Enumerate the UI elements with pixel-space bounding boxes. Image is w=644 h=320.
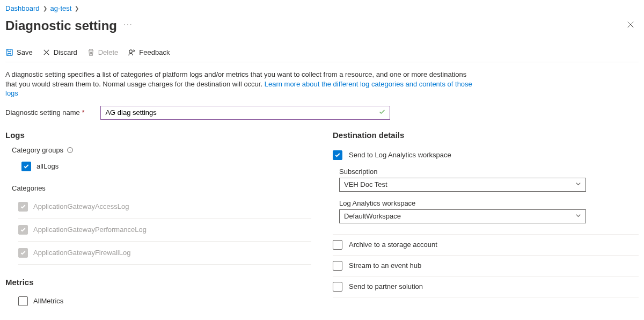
name-input[interactable] — [100, 106, 390, 120]
law-label: Send to Log Analytics workspace — [349, 151, 451, 159]
breadcrumb: Dashboard ❯ ag-test ❯ — [5, 4, 639, 12]
eventhub-label: Stream to an event hub — [349, 261, 421, 270]
check-icon — [23, 163, 30, 170]
close-icon[interactable] — [623, 18, 639, 33]
partner-checkbox[interactable] — [333, 282, 342, 292]
logs-column: Logs Category groups allLogs Categories … — [5, 130, 311, 310]
all-logs-checkbox[interactable] — [21, 162, 31, 171]
category-item: ApplicationGatewayPerformanceLog — [18, 219, 311, 242]
category-checkbox — [18, 202, 28, 212]
partner-label: Send to partner solution — [349, 282, 423, 290]
workspace-label: Log Analytics workspace — [339, 199, 639, 207]
category-groups-label: Category groups — [12, 146, 311, 154]
chevron-right-icon: ❯ — [43, 5, 47, 11]
breadcrumb-dashboard[interactable]: Dashboard — [5, 4, 40, 12]
page-title: Diagnostic setting — [5, 18, 117, 33]
archive-label: Archive to a storage account — [349, 241, 437, 249]
feedback-icon — [128, 48, 136, 56]
breadcrumb-resource[interactable]: ag-test — [50, 4, 72, 12]
intro-text: A diagnostic setting specifies a list of… — [5, 70, 472, 98]
category-item: ApplicationGatewayAccessLog — [18, 195, 311, 219]
all-logs-label: allLogs — [36, 162, 58, 170]
discard-label: Discard — [54, 48, 77, 56]
valid-check-icon — [378, 108, 386, 117]
feedback-label: Feedback — [139, 48, 170, 56]
chevron-down-icon — [575, 180, 581, 188]
destination-heading: Destination details — [333, 130, 639, 140]
workspace-select[interactable]: DefaultWorkspace — [339, 209, 586, 223]
category-item: ApplicationGatewayFirewallLog — [18, 242, 311, 265]
eventhub-checkbox[interactable] — [333, 261, 342, 271]
subscription-label: Subscription — [339, 168, 639, 176]
info-icon[interactable] — [67, 147, 74, 154]
delete-icon — [87, 48, 95, 56]
logs-heading: Logs — [5, 130, 311, 140]
delete-button: Delete — [87, 48, 119, 56]
chevron-right-icon: ❯ — [75, 5, 79, 11]
category-label: ApplicationGatewayPerformanceLog — [33, 226, 147, 234]
feedback-button[interactable]: Feedback — [128, 48, 170, 56]
category-checkbox — [18, 225, 28, 235]
discard-button[interactable]: Discard — [42, 48, 77, 56]
destination-column: Destination details Send to Log Analytic… — [333, 130, 639, 310]
toolbar: Save Discard Delete Feedback — [5, 44, 639, 62]
archive-checkbox[interactable] — [333, 240, 342, 250]
name-row: Diagnostic setting name * — [5, 106, 639, 120]
save-button[interactable]: Save — [5, 48, 33, 56]
svg-rect-0 — [6, 49, 12, 55]
category-checkbox — [18, 248, 28, 258]
categories-list: ApplicationGatewayAccessLog ApplicationG… — [18, 195, 311, 265]
name-label: Diagnostic setting name * — [5, 108, 84, 117]
categories-label: Categories — [12, 184, 311, 192]
all-metrics-checkbox[interactable] — [18, 296, 28, 306]
save-icon — [5, 48, 13, 56]
chevron-down-icon — [575, 212, 581, 220]
title-row: Diagnostic setting ··· — [5, 18, 639, 33]
check-icon — [334, 152, 341, 158]
all-metrics-label: AllMetrics — [33, 297, 63, 305]
metrics-heading: Metrics — [5, 278, 311, 287]
subscription-select[interactable]: VEH Doc Test — [339, 178, 586, 192]
discard-icon — [42, 48, 50, 56]
workspace-value: DefaultWorkspace — [344, 212, 401, 220]
category-label: ApplicationGatewayAccessLog — [33, 202, 129, 210]
law-checkbox[interactable] — [333, 150, 342, 160]
svg-point-1 — [129, 50, 133, 53]
category-label: ApplicationGatewayFirewallLog — [33, 249, 130, 257]
subscription-value: VEH Doc Test — [344, 180, 387, 188]
more-actions-icon[interactable]: ··· — [123, 20, 133, 32]
save-label: Save — [17, 48, 33, 56]
delete-label: Delete — [98, 48, 119, 56]
